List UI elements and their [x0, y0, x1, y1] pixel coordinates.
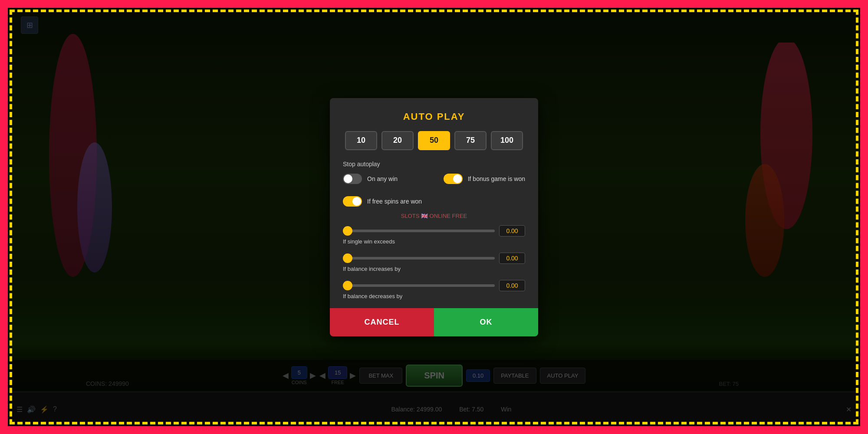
slider-balance-dec: 0.00 If balance decreases by [343, 280, 525, 299]
game-background: ⊞ COINS: 249990 BET: 75 ◀ 5 COINS ▶ ◀ 15… [8, 8, 860, 426]
toggle-bonus[interactable] [444, 174, 463, 184]
toggle-any-win-label: On any win [367, 175, 398, 182]
slider-thumb-2[interactable] [343, 253, 352, 263]
slider-value-1: 0.00 [499, 225, 525, 237]
slider-track-1[interactable] [343, 230, 495, 232]
slider-single-win: 0.00 If single win exceeds [343, 225, 525, 245]
spin-option-75[interactable]: 75 [454, 131, 487, 150]
modal-footer: CANCEL OK [330, 308, 538, 336]
stop-autoplay-label: Stop autoplay [343, 161, 525, 168]
ok-button[interactable]: OK [434, 308, 538, 336]
autoplay-modal: AUTO PLAY 10 20 50 75 100 Stop autoplay … [330, 98, 538, 336]
slider-balance-inc: 0.00 If balance increases by [343, 253, 525, 272]
slider-track-3[interactable] [343, 284, 495, 287]
toggle-row-main: On any win If bonus game is won [343, 174, 525, 190]
slider-value-3: 0.00 [499, 280, 525, 291]
spin-option-20[interactable]: 20 [381, 131, 414, 150]
toggle-any-win-row: On any win [343, 174, 398, 184]
spin-option-50[interactable]: 50 [418, 131, 450, 150]
slider-thumb-3[interactable] [343, 281, 352, 290]
modal-title: AUTO PLAY [343, 111, 525, 122]
spin-options: 10 20 50 75 100 [343, 131, 525, 150]
toggle-free-spins-row: If free spins are won [343, 196, 525, 207]
slider-desc-1: If single win exceeds [343, 238, 525, 245]
slider-desc-2: If balance increases by [343, 266, 525, 272]
watermark: SLOTS 🇬🇧 ONLINE FREE [343, 213, 525, 219]
slider-balance-dec-track: 0.00 [343, 280, 525, 291]
slider-value-2: 0.00 [499, 253, 525, 264]
slider-track-2[interactable] [343, 257, 495, 260]
spin-option-100[interactable]: 100 [491, 131, 523, 150]
toggle-any-win[interactable] [343, 174, 362, 184]
toggle-bonus-row: If bonus game is won [444, 174, 525, 184]
watermark-text: SLOTS 🇬🇧 ONLINE FREE [401, 213, 467, 219]
toggle-free-spins-label: If free spins are won [367, 198, 422, 205]
slider-balance-inc-track: 0.00 [343, 253, 525, 264]
slider-desc-3: If balance decreases by [343, 293, 525, 299]
modal-overlay: AUTO PLAY 10 20 50 75 100 Stop autoplay … [8, 8, 860, 426]
spin-option-10[interactable]: 10 [345, 131, 377, 150]
cancel-button[interactable]: CANCEL [330, 308, 434, 336]
toggle-bonus-label: If bonus game is won [468, 175, 525, 182]
slider-single-win-track: 0.00 [343, 225, 525, 237]
slider-thumb-1[interactable] [343, 226, 352, 236]
toggle-free-spins[interactable] [343, 196, 362, 207]
